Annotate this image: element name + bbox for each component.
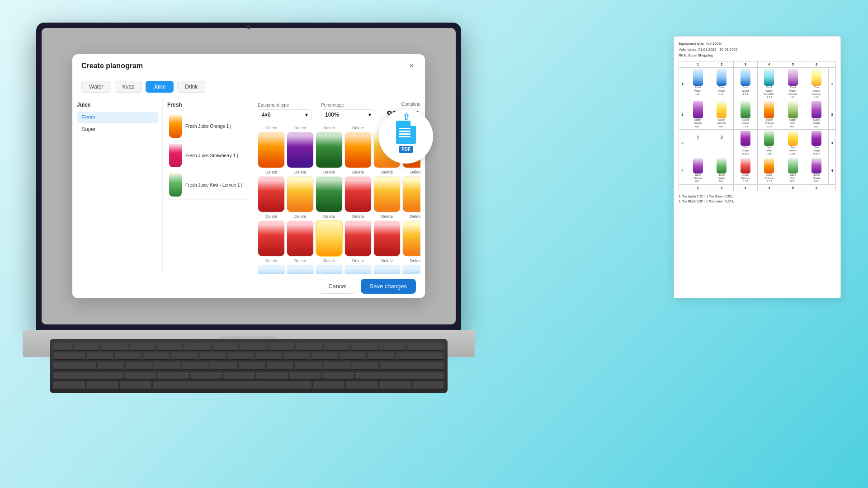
product-bottle-orange [169, 114, 182, 138]
planogram-preview: Equipment type: 4x6 100% Valid dates: 01… [674, 36, 841, 298]
equipment-label: Equipment type [258, 103, 312, 108]
delete-btn-r1c3[interactable]: Delete [323, 125, 335, 131]
delete-btn-r2c1[interactable]: Delete [265, 169, 277, 175]
tab-drink[interactable]: Drink [177, 81, 205, 93]
cell-r3c4: TeaMint0,35 l [758, 130, 782, 157]
row-label-4: 4 [679, 157, 686, 184]
delete-btn-r1c4[interactable]: Delete [352, 125, 364, 131]
col-3: Delete Delete Delete Delete [316, 125, 343, 278]
delete-btn-r3c1[interactable]: Delete [265, 213, 277, 220]
product-item-kiwi[interactable]: Fresh Juice Kiwi - Lemon 1 | [167, 170, 248, 200]
close-button[interactable]: × [407, 61, 416, 70]
row-label-3-right: 3 [828, 130, 835, 157]
bottle-slot-r2c3 [316, 176, 343, 212]
cell-r1c4: CoolWaterMenthol1,5 l [758, 68, 782, 100]
cell-r4c5: JuiceKiwi0,5 l [781, 157, 805, 184]
sidebar-item-fresh[interactable]: Fresh [77, 112, 158, 123]
cancel-button[interactable]: Cancel [319, 279, 356, 294]
delete-btn-r2c5[interactable]: Delete [381, 169, 393, 175]
cell-r2c5: SuperKiwi0,5 l [781, 100, 805, 129]
row-label-2: 2 [679, 100, 686, 129]
product-bottle-strawberry [169, 144, 182, 167]
bottle-slot-r3c5 [373, 221, 401, 257]
col-header-4: 4 [758, 61, 782, 67]
bottle-slot-r1c2 [287, 132, 314, 168]
row-label-2-right: 2 [828, 100, 835, 129]
percentage-group: Percentage 100% ▾ [321, 103, 375, 120]
cell-r4c2: JuiceApple0,5 l [710, 157, 734, 184]
equipment-type-group: Equipment type 4x6 ▾ [258, 103, 312, 120]
save-changes-button[interactable]: Save changes [361, 279, 416, 294]
delete-btn-r2c2[interactable]: Delete [294, 169, 306, 175]
delete-btn-r3c4[interactable]: Delete [352, 213, 364, 220]
cell-r1c5: CoolWaterBerries1,5 l [781, 68, 805, 100]
row-label-1-right: 1 [828, 68, 835, 100]
bottle-slot-r2c6 [402, 176, 420, 212]
bottle-slot-r3c4 [344, 221, 372, 257]
delete-btn-r3c6[interactable]: Delete [410, 213, 420, 220]
products-panel: Fresh Fresh Juice Orange 1 | Fresh Juice… [163, 97, 253, 282]
cell-r3c2: 2 [710, 130, 734, 157]
percentage-select[interactable]: 100% ▾ [321, 109, 375, 120]
col-1: Delete Delete Delete Delete [258, 125, 285, 278]
cell-r2c1: SuperGrape0,5 l [686, 100, 710, 129]
equipment-select[interactable]: 4x6 ▾ [258, 109, 312, 120]
product-item-strawberry[interactable]: Fresh Juice Strawberry 1 | [167, 141, 248, 170]
delete-btn-r2c4[interactable]: Delete [352, 169, 364, 175]
product-label-orange: Fresh Juice Orange 1 | [185, 123, 231, 129]
product-bottle-kiwi [169, 173, 182, 197]
cell-r1c1: CoolWater1,5 l [686, 68, 710, 100]
modal-title: Create planogram [81, 62, 143, 70]
delete-btn-r3c5[interactable]: Delete [381, 213, 393, 220]
col-header-3: 3 [734, 61, 758, 67]
modal-overlay: Create planogram × Water Kvas Juice Drin… [42, 28, 456, 324]
sidebar-item-super[interactable]: Super [77, 123, 158, 135]
cell-r1c2: CoolWater1,5 l [710, 68, 734, 100]
delete-btn-r1c2[interactable]: Delete [294, 125, 306, 131]
tab-kvas[interactable]: Kvas [115, 81, 142, 93]
cell-r2c4: SuperOrange0,5 l [758, 100, 782, 129]
col-4: Delete Delete Delete Delete [344, 125, 372, 278]
modal-header: Create planogram × [72, 54, 425, 76]
sidebar-section-title: Juice [77, 102, 158, 108]
pdf-label: PDF [399, 146, 413, 153]
row-label-1: 1 [679, 68, 686, 100]
delete-btn-r4c3[interactable]: Delete [323, 258, 335, 264]
sidebar: Juice Fresh Super [72, 97, 163, 282]
percentage-label: Percentage [321, 103, 375, 108]
cell-r1c6: CoolWaterLemon1,5 l [805, 68, 829, 100]
cell-r2c6: SuperGrape0,5 l [805, 100, 829, 129]
tab-juice[interactable]: Juice [146, 81, 174, 93]
bottle-slot-r3c2 [287, 221, 314, 257]
cell-r4c3: JuiceTomato0,5 l [734, 157, 758, 184]
laptop-keyboard [50, 339, 448, 393]
delete-btn-r4c4[interactable]: Delete [352, 258, 364, 264]
preview-row-4: 4 JuiceGrape0,5 l JuiceApple0,5 l JuiceT… [679, 157, 835, 184]
pdf-circle: ⇧ PDF [379, 109, 433, 164]
bottle-slot-r3c3 [316, 221, 343, 257]
preview-row-3: 3 1 2 TeaGrape0,35 l TeaMint0,35 l TeaLe… [679, 130, 835, 157]
delete-btn-r4c5[interactable]: Delete [381, 258, 393, 264]
delete-btn-r4c1[interactable]: Delete [265, 258, 277, 264]
delete-btn-r3c3[interactable]: Delete [323, 213, 335, 220]
modal-footer: Cancel Save changes [72, 274, 425, 298]
delete-btn-r2c3[interactable]: Delete [323, 169, 335, 175]
preview-header: Equipment type: 4x6 100% Valid dates: 01… [679, 41, 836, 58]
tab-water[interactable]: Water [81, 81, 111, 93]
bottle-slot-r3c1 [258, 221, 285, 257]
delete-btn-r3c2[interactable]: Delete [294, 213, 306, 220]
cell-r2c3: SuperApple0,5 l [734, 100, 758, 129]
laptop-container: Create planogram × Water Kvas Juice Drin… [23, 23, 475, 452]
delete-btn-r2c6[interactable]: Delete [410, 169, 420, 175]
preview-row-1: 1 CoolWater1,5 l CoolWater1,5 l CoolWate… [679, 68, 835, 100]
complete-label: Complete [387, 102, 420, 107]
product-item-orange[interactable]: Fresh Juice Orange 1 | [167, 112, 248, 141]
cell-r4c4: JuiceOrange0,5 l [758, 157, 782, 184]
laptop-camera [247, 25, 250, 29]
modal-dialog: Create planogram × Water Kvas Juice Drin… [72, 54, 425, 298]
scroll-down-button[interactable]: ▼ [416, 249, 422, 255]
pdf-document-icon [396, 121, 416, 144]
delete-btn-r4c6[interactable]: Delete [410, 258, 420, 264]
delete-btn-r4c2[interactable]: Delete [294, 258, 306, 264]
delete-btn-r1c1[interactable]: Delete [265, 125, 277, 131]
